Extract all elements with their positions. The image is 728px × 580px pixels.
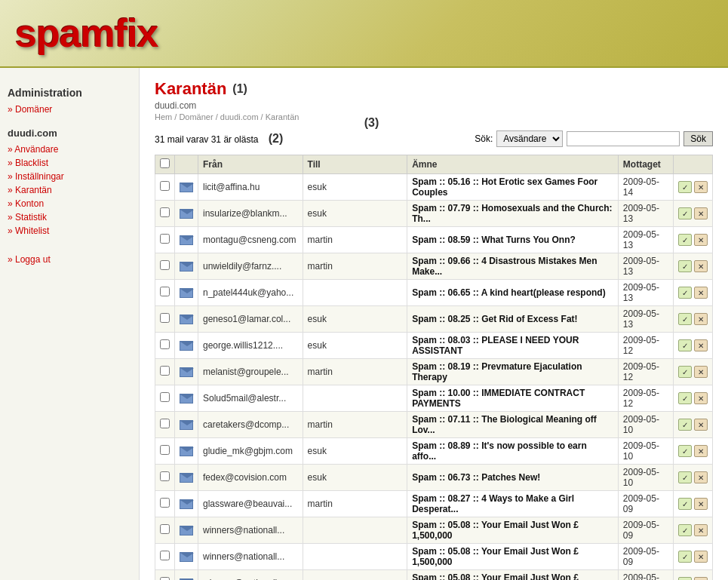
row-checkbox[interactable] bbox=[160, 313, 170, 323]
sidebar-installningar[interactable]: Inställningar bbox=[8, 170, 131, 183]
row-checkbox[interactable] bbox=[160, 287, 170, 296]
table-row: melanist@groupele... martin Spam :: 08.1… bbox=[155, 359, 713, 385]
table-row: insularize@blankm... esuk Spam :: 07.79 … bbox=[155, 201, 713, 227]
approve-icon[interactable]: ✓ bbox=[678, 313, 692, 325]
approve-icon[interactable]: ✓ bbox=[678, 498, 692, 510]
annotation-2: (2) bbox=[269, 132, 284, 145]
row-checkbox-cell[interactable] bbox=[155, 227, 175, 253]
row-checkbox-cell[interactable] bbox=[155, 333, 175, 359]
approve-icon[interactable]: ✓ bbox=[678, 471, 692, 483]
row-to: esuk bbox=[303, 174, 407, 201]
row-checkbox[interactable] bbox=[160, 260, 170, 270]
delete-icon[interactable]: ✕ bbox=[694, 419, 708, 431]
sidebar-anvandare[interactable]: Användare bbox=[8, 143, 131, 156]
row-checkbox[interactable] bbox=[160, 392, 170, 402]
row-checkbox[interactable] bbox=[160, 419, 170, 428]
select-all-checkbox[interactable] bbox=[160, 158, 170, 168]
mail-envelope-icon bbox=[180, 394, 193, 404]
row-date: 2009-05-08 bbox=[618, 570, 673, 581]
row-checkbox[interactable] bbox=[160, 234, 170, 244]
delete-icon[interactable]: ✕ bbox=[694, 234, 708, 246]
row-date: 2009-05-12 bbox=[618, 385, 673, 412]
row-checkbox-cell[interactable] bbox=[155, 201, 175, 227]
row-checkbox-cell[interactable] bbox=[155, 174, 175, 201]
row-checkbox[interactable] bbox=[160, 551, 170, 560]
row-to: martin bbox=[303, 412, 407, 438]
row-actions: ✓ ✕ bbox=[673, 306, 712, 333]
approve-icon[interactable]: ✓ bbox=[678, 551, 692, 563]
delete-icon[interactable]: ✕ bbox=[694, 366, 708, 378]
sidebar-statistik[interactable]: Statistik bbox=[8, 210, 131, 224]
row-icon-cell bbox=[175, 333, 198, 359]
row-checkbox[interactable] bbox=[160, 471, 170, 481]
approve-icon[interactable]: ✓ bbox=[678, 392, 692, 404]
sidebar-whitelist[interactable]: Whitelist bbox=[8, 224, 131, 238]
delete-icon[interactable]: ✕ bbox=[694, 471, 708, 483]
row-checkbox-cell[interactable] bbox=[155, 544, 175, 570]
approve-icon[interactable]: ✓ bbox=[678, 339, 692, 351]
approve-icon[interactable]: ✓ bbox=[678, 366, 692, 378]
row-checkbox-cell[interactable] bbox=[155, 359, 175, 385]
row-checkbox[interactable] bbox=[160, 181, 170, 191]
row-checkbox-cell[interactable] bbox=[155, 306, 175, 333]
row-actions: ✓ ✕ bbox=[673, 280, 712, 306]
delete-icon[interactable]: ✕ bbox=[694, 498, 708, 510]
delete-icon[interactable]: ✕ bbox=[694, 313, 708, 325]
row-icon-cell bbox=[175, 253, 198, 280]
row-checkbox-cell[interactable] bbox=[155, 280, 175, 306]
delete-icon[interactable]: ✕ bbox=[694, 524, 708, 536]
approve-icon[interactable]: ✓ bbox=[678, 287, 692, 299]
approve-icon[interactable]: ✓ bbox=[678, 419, 692, 431]
delete-icon[interactable]: ✕ bbox=[694, 339, 708, 351]
sidebar-logout[interactable]: Logga ut bbox=[8, 253, 131, 266]
delete-icon[interactable]: ✕ bbox=[694, 207, 708, 219]
table-row: glassware@beauvai... martin Spam :: 08.2… bbox=[155, 491, 713, 517]
header: spamfix bbox=[0, 0, 728, 68]
delete-icon[interactable]: ✕ bbox=[694, 181, 708, 193]
approve-icon[interactable]: ✓ bbox=[678, 445, 692, 457]
row-checkbox-cell[interactable] bbox=[155, 438, 175, 465]
row-checkbox[interactable] bbox=[160, 524, 170, 534]
row-checkbox[interactable] bbox=[160, 445, 170, 455]
delete-icon[interactable]: ✕ bbox=[694, 392, 708, 404]
row-checkbox-cell[interactable] bbox=[155, 385, 175, 412]
delete-icon[interactable]: ✕ bbox=[694, 445, 708, 457]
approve-icon[interactable]: ✓ bbox=[678, 207, 692, 219]
delete-icon[interactable]: ✕ bbox=[694, 260, 708, 272]
row-date: 2009-05-10 bbox=[618, 438, 673, 465]
row-subject: Spam :: 05.16 :: Hot Erotic sex Games Fo… bbox=[407, 174, 619, 201]
row-checkbox-cell[interactable] bbox=[155, 465, 175, 491]
row-to: martin bbox=[303, 491, 407, 517]
th-to: Till bbox=[303, 155, 407, 174]
row-checkbox[interactable] bbox=[160, 577, 170, 580]
approve-icon[interactable]: ✓ bbox=[678, 260, 692, 272]
approve-icon[interactable]: ✓ bbox=[678, 181, 692, 193]
delete-icon[interactable]: ✕ bbox=[694, 287, 708, 299]
approve-icon[interactable]: ✓ bbox=[678, 234, 692, 246]
row-checkbox-cell[interactable] bbox=[155, 570, 175, 581]
th-subject: Ämne bbox=[407, 155, 619, 174]
row-checkbox-cell[interactable] bbox=[155, 253, 175, 280]
delete-icon[interactable]: ✕ bbox=[694, 551, 708, 563]
row-checkbox-cell[interactable] bbox=[155, 491, 175, 517]
search-select[interactable]: Avsändare Mottagare Ämne bbox=[496, 130, 563, 147]
delete-icon[interactable]: ✕ bbox=[694, 577, 708, 580]
row-checkbox[interactable] bbox=[160, 207, 170, 217]
search-button[interactable]: Sök bbox=[683, 131, 713, 146]
search-input[interactable] bbox=[567, 131, 680, 146]
row-actions: ✓ ✕ bbox=[673, 544, 712, 570]
sidebar-konton[interactable]: Konton bbox=[8, 197, 131, 210]
row-checkbox-cell[interactable] bbox=[155, 412, 175, 438]
main-layout: Administration Domäner duudi.com Använda… bbox=[0, 68, 728, 580]
approve-icon[interactable]: ✓ bbox=[678, 577, 692, 580]
row-checkbox-cell[interactable] bbox=[155, 517, 175, 544]
mail-envelope-icon bbox=[180, 262, 193, 272]
approve-icon[interactable]: ✓ bbox=[678, 524, 692, 536]
row-from: winners@nationall... bbox=[198, 570, 303, 581]
sidebar-domaner[interactable]: Domäner bbox=[8, 103, 131, 116]
row-checkbox[interactable] bbox=[160, 498, 170, 508]
sidebar-karantan[interactable]: Karantän bbox=[8, 183, 131, 197]
row-checkbox[interactable] bbox=[160, 366, 170, 376]
sidebar-blacklist[interactable]: Blacklist bbox=[8, 156, 131, 170]
row-checkbox[interactable] bbox=[160, 339, 170, 349]
